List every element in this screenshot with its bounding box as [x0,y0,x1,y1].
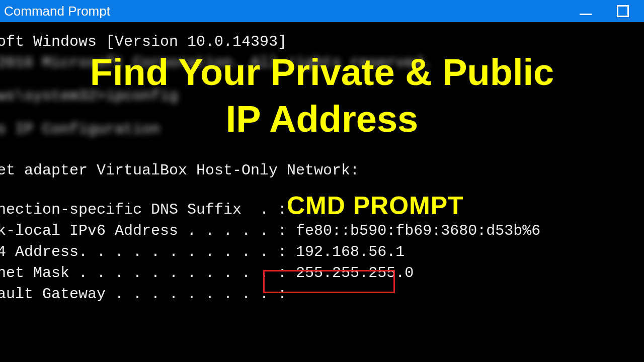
minimize-icon[interactable] [580,14,592,15]
window-title: Command Prompt [4,4,110,19]
ipv4-line: Pv4 Address. . . . . . . . . . . : 192.1… [0,241,623,262]
overlay-sub-label: CMD PROMPT [287,191,464,220]
window-titlebar: Command Prompt [0,0,644,22]
ipv4-highlight-box [263,270,395,293]
window-controls [580,5,644,17]
adapter-header: rnet adapter VirtualBox Host-Only Networ… [0,160,623,181]
ipv6-line: ink-local IPv6 Address . . . . . : fe80:… [0,220,623,241]
maximize-icon[interactable] [617,5,629,17]
overlay-main-title: Find Your Private & Public IP Address [0,49,644,142]
